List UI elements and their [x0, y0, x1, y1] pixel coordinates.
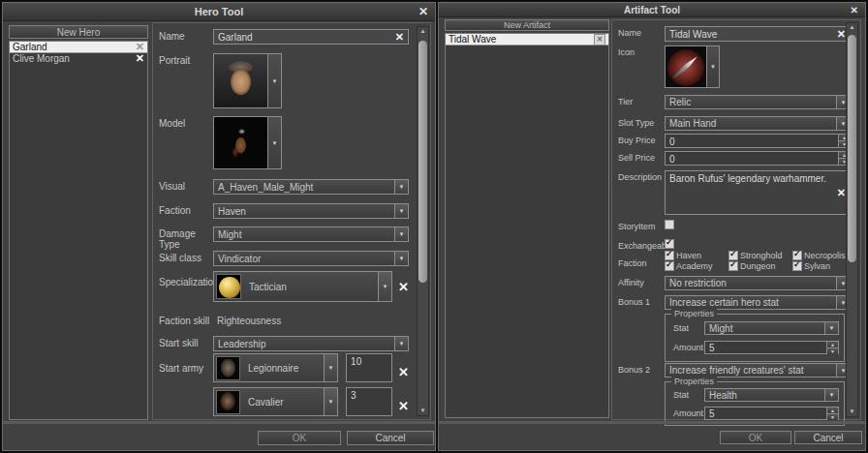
scroll-up-icon[interactable]: ▲ — [847, 23, 857, 32]
dropdown-arrow-icon[interactable]: ▼ — [378, 272, 391, 301]
buy-price-input[interactable]: 0 ▲ ▼ — [665, 134, 851, 148]
scroll-down-icon[interactable]: ▼ — [418, 407, 428, 415]
bonus2-dropdown[interactable]: Increase friendly creatures' stat ▼ — [665, 363, 851, 378]
skill-class-dropdown[interactable]: Vindicator ▼ — [213, 251, 409, 266]
dropdown-arrow-icon[interactable]: ▼ — [394, 180, 408, 194]
remove-army-icon[interactable]: ✕ — [398, 357, 409, 379]
dropdown-arrow-icon[interactable]: ▼ — [324, 388, 337, 415]
check-icon: ✓ — [729, 249, 737, 258]
bonus1-dropdown[interactable]: Increase certain hero stat ▼ — [665, 295, 851, 310]
hero-damage-row: Damage Type Might ▼ — [159, 226, 409, 250]
dropdown-arrow-icon[interactable]: ▼ — [394, 227, 408, 241]
hero-visual-row: Visual A_Haven_Male_Might ▼ — [159, 179, 409, 195]
faction-checkbox-grid: ✓ Haven ✓ Stronghold ✓ Necropolis ✓ Acad… — [665, 251, 846, 271]
skill-class-value: Vindicator — [214, 254, 394, 264]
scrollbar-thumb[interactable] — [418, 41, 427, 283]
delete-artifact-icon[interactable]: ✕ — [594, 34, 605, 45]
damage-type-value: Might — [214, 229, 394, 240]
faction-checkbox[interactable]: ✓ — [792, 261, 802, 271]
visual-value: A_Haven_Male_Might — [214, 182, 394, 193]
hero-list-item[interactable]: Clive Morgan ✕ — [10, 53, 147, 64]
new-artifact-button[interactable]: New Artifact — [445, 19, 609, 31]
spin-down-icon[interactable]: ▼ — [827, 347, 838, 354]
hero-list-item[interactable]: Garland ✕ — [10, 42, 147, 53]
delete-hero-icon[interactable]: ✕ — [136, 54, 144, 63]
artifact-form: Name Tidal Wave ✕ Icon ▼ Tier Relic ▼ — [611, 19, 861, 420]
faction-option[interactable]: ✓ Academy — [665, 261, 728, 271]
dropdown-arrow-icon[interactable]: ▼ — [394, 204, 408, 218]
dropdown-arrow-icon[interactable]: ▼ — [824, 322, 838, 334]
bonus1-stat-dropdown[interactable]: Might ▼ — [704, 321, 839, 335]
scroll-up-icon[interactable]: ▲ — [418, 27, 428, 36]
artifact-icon-picker[interactable]: ▼ — [665, 45, 720, 88]
damage-type-dropdown[interactable]: Might ▼ — [213, 226, 409, 242]
spin-down-icon[interactable]: ▼ — [827, 413, 838, 420]
army-count-input[interactable]: 3 — [346, 387, 392, 416]
footer-divider — [3, 421, 435, 424]
description-textarea[interactable]: Baron Rufus' legendary warhammer. ✕ — [665, 170, 851, 215]
exchangeable-checkbox[interactable]: ✓ — [665, 239, 674, 249]
faction-option[interactable]: ✓ Stronghold — [728, 251, 792, 260]
dropdown-arrow-icon[interactable]: ▼ — [824, 389, 838, 401]
visual-dropdown[interactable]: A_Haven_Male_Might ▼ — [213, 179, 409, 195]
slot-type-label: Slot Type — [618, 116, 665, 128]
hero-name: Garland — [13, 42, 47, 52]
hero-name-input[interactable]: Garland ✕ — [213, 29, 409, 45]
tier-dropdown[interactable]: Relic ▼ — [665, 95, 851, 109]
slot-type-dropdown[interactable]: Main Hand ▼ — [665, 116, 851, 131]
army-unit-dropdown[interactable]: Cavalier ▼ — [213, 387, 338, 416]
artifact-name-input[interactable]: Tidal Wave ✕ — [665, 26, 851, 42]
bonus2-stat-dropdown[interactable]: Health ▼ — [704, 388, 839, 402]
bonus2-amount-input[interactable]: 5 ▲ ▼ — [704, 407, 839, 420]
remove-army-icon[interactable]: ✕ — [398, 391, 409, 413]
model-image — [213, 116, 268, 169]
dropdown-arrow-icon[interactable]: ▼ — [268, 53, 282, 108]
scrollbar-thumb[interactable] — [848, 35, 856, 262]
check-icon: ✓ — [793, 249, 801, 258]
artifact-name-row: Name Tidal Wave ✕ — [618, 26, 851, 42]
army-count-input[interactable]: 10 — [346, 353, 392, 382]
faction-checkbox[interactable]: ✓ — [728, 261, 738, 271]
dropdown-arrow-icon[interactable]: ▼ — [394, 252, 408, 265]
army-unit-dropdown[interactable]: Legionnaire ▼ — [213, 353, 338, 382]
cancel-button[interactable]: Cancel — [794, 431, 862, 444]
clear-specialization-icon[interactable]: ✕ — [398, 280, 409, 294]
start-skill-dropdown[interactable]: Leadership ▼ — [213, 336, 409, 351]
delete-hero-icon[interactable]: ✕ — [136, 43, 144, 51]
artifact-form-scrollbar[interactable]: ▲ ▼ — [846, 22, 858, 417]
hero-tool-title: Hero Tool — [195, 6, 244, 17]
hero-form-scrollbar[interactable]: ▲ ▼ — [417, 26, 429, 416]
hero-form: Name Garland ✕ Portrait ▼ Model ▼ Visual… — [152, 22, 431, 420]
artifact-list: Tidal Wave ✕ — [445, 33, 609, 418]
amount-label: Amount — [673, 341, 704, 354]
model-picker[interactable]: ▼ — [213, 116, 282, 169]
sell-price-input[interactable]: 0 ▲ ▼ — [665, 151, 851, 166]
bonus1-amount-input[interactable]: 5 ▲ ▼ — [704, 341, 839, 354]
specialization-dropdown[interactable]: Tactician ▼ — [213, 271, 392, 302]
dropdown-arrow-icon[interactable]: ▼ — [268, 116, 282, 169]
scroll-down-icon[interactable]: ▼ — [847, 408, 857, 416]
story-item-checkbox[interactable]: ✓ — [665, 220, 674, 229]
faction-option[interactable]: ✓ Haven — [665, 251, 728, 260]
check-icon: ✓ — [666, 249, 673, 258]
ok-button[interactable]: OK — [720, 431, 791, 444]
cancel-button[interactable]: Cancel — [347, 431, 434, 445]
close-icon[interactable]: ✕ — [418, 5, 428, 18]
hero-tool-titlebar[interactable]: Hero Tool ✕ — [3, 3, 435, 21]
new-hero-button[interactable]: New Hero — [9, 25, 148, 39]
artifact-tool-titlebar[interactable]: Artifact Tool ✕ — [439, 3, 865, 17]
artifact-list-item[interactable]: Tidal Wave ✕ — [446, 34, 608, 45]
dropdown-arrow-icon[interactable]: ▼ — [324, 354, 337, 381]
faction-option[interactable]: ✓ Sylvan — [792, 261, 846, 271]
faction-dropdown[interactable]: Haven ▼ — [213, 203, 409, 219]
affinity-dropdown[interactable]: No restriction ▼ — [665, 276, 851, 290]
ok-button[interactable]: OK — [258, 431, 341, 445]
faction-checkbox[interactable]: ✓ — [665, 261, 674, 271]
bonus2-amount-value: 5 — [705, 408, 826, 419]
dropdown-arrow-icon[interactable]: ▼ — [707, 45, 720, 88]
faction-option[interactable]: ✓ Dungeon — [728, 261, 792, 271]
dropdown-arrow-icon[interactable]: ▼ — [394, 337, 408, 350]
clear-name-icon[interactable]: ✕ — [391, 31, 408, 44]
close-icon[interactable]: ✕ — [851, 5, 858, 15]
portrait-picker[interactable]: ▼ — [213, 53, 282, 108]
